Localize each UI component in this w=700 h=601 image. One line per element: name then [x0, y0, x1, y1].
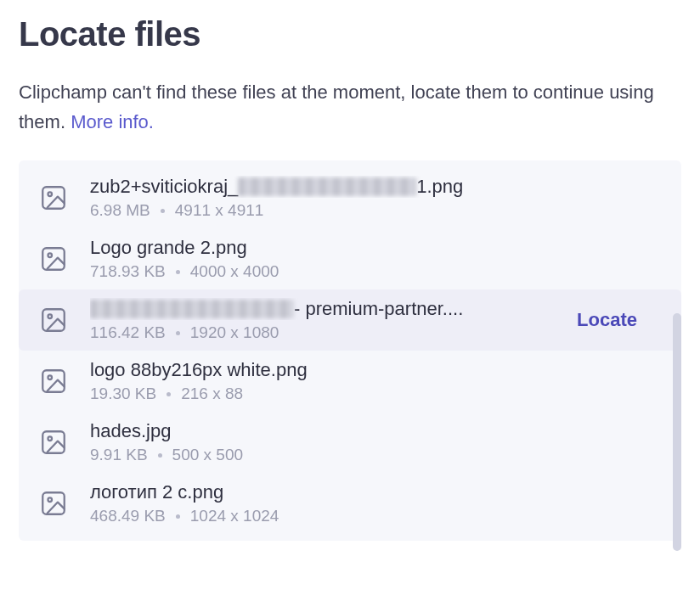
file-info: - premium-partner....116.42 KB1920 x 108…: [90, 298, 548, 342]
file-row[interactable]: Logo grande 2.png718.93 KB4000 x 4000: [19, 228, 681, 289]
file-size: 9.91 KB: [90, 446, 148, 464]
svg-rect-6: [42, 371, 65, 393]
file-meta: 116.42 KB1920 x 1080: [90, 323, 548, 342]
image-file-icon: [37, 304, 70, 336]
file-dimensions: 1920 x 1080: [190, 323, 279, 342]
file-name: zub2+sviticiokraj_ 1.png: [90, 176, 663, 198]
svg-rect-10: [42, 493, 65, 515]
file-row[interactable]: hades.jpg9.91 KB500 x 500: [19, 412, 681, 473]
file-row[interactable]: логотип 2 c.png468.49 KB1024 x 1024: [19, 473, 681, 534]
file-meta: 19.30 KB216 x 88: [90, 385, 663, 403]
file-dimensions: 1024 x 1024: [190, 507, 279, 525]
file-name-prefix: Logo grande 2.png: [90, 237, 247, 259]
file-name-prefix: logo 88by216px white.png: [90, 359, 308, 381]
redacted-text: [238, 177, 416, 196]
separator-dot: [176, 331, 180, 335]
image-file-icon: [37, 365, 70, 397]
description-text: Clipchamp can't find these files at the …: [19, 77, 681, 137]
file-name-suffix: - premium-partner....: [294, 298, 463, 320]
file-row[interactable]: - premium-partner....116.42 KB1920 x 108…: [19, 289, 681, 351]
file-size: 718.93 KB: [90, 262, 166, 281]
svg-point-5: [48, 315, 52, 319]
file-name-prefix: логотип 2 c.png: [90, 481, 223, 503]
file-meta: 468.49 KB1024 x 1024: [90, 507, 663, 525]
file-meta: 9.91 KB500 x 500: [90, 446, 663, 464]
file-name-prefix: hades.jpg: [90, 420, 171, 442]
file-size: 6.98 MB: [90, 201, 150, 220]
file-list: zub2+sviticiokraj_ 1.png6.98 MB4911 x 49…: [19, 160, 681, 541]
separator-dot: [176, 270, 180, 274]
svg-rect-4: [42, 310, 65, 332]
file-name: hades.jpg: [90, 420, 663, 442]
image-file-icon: [37, 243, 70, 275]
file-size: 468.49 KB: [90, 507, 166, 525]
file-name-prefix: zub2+sviticiokraj_: [90, 176, 238, 198]
file-dimensions: 4000 x 4000: [190, 262, 279, 281]
svg-point-3: [48, 254, 52, 258]
file-name: логотип 2 c.png: [90, 481, 663, 503]
file-size: 116.42 KB: [90, 323, 166, 342]
file-info: Logo grande 2.png718.93 KB4000 x 4000: [90, 237, 663, 281]
separator-dot: [176, 514, 180, 519]
svg-rect-8: [42, 432, 65, 454]
svg-rect-2: [42, 249, 65, 271]
image-file-icon: [37, 487, 70, 520]
file-size: 19.30 KB: [90, 385, 156, 403]
redacted-text: [90, 300, 294, 318]
file-name: logo 88by216px white.png: [90, 359, 663, 381]
svg-point-1: [48, 193, 52, 197]
image-file-icon: [37, 426, 70, 458]
file-meta: 718.93 KB4000 x 4000: [90, 262, 663, 281]
file-info: logo 88by216px white.png19.30 KB216 x 88: [90, 359, 663, 403]
file-name-suffix: 1.png: [416, 176, 463, 198]
file-name: Logo grande 2.png: [90, 237, 663, 259]
svg-rect-0: [42, 188, 65, 210]
svg-point-9: [48, 437, 52, 441]
file-info: zub2+sviticiokraj_ 1.png6.98 MB4911 x 49…: [90, 176, 663, 220]
svg-point-7: [48, 376, 52, 380]
separator-dot: [161, 209, 165, 213]
locate-button[interactable]: Locate: [568, 304, 646, 336]
page-title: Locate files: [19, 15, 681, 53]
file-dimensions: 4911 x 4911: [175, 201, 264, 220]
scrollbar-thumb[interactable]: [673, 313, 681, 551]
image-file-icon: [37, 182, 70, 214]
file-info: логотип 2 c.png468.49 KB1024 x 1024: [90, 481, 663, 525]
file-dimensions: 216 x 88: [181, 385, 243, 403]
svg-point-11: [48, 498, 52, 503]
file-row[interactable]: zub2+sviticiokraj_ 1.png6.98 MB4911 x 49…: [19, 167, 681, 228]
file-info: hades.jpg9.91 KB500 x 500: [90, 420, 663, 464]
locate-files-dialog: Locate files Clipchamp can't find these …: [0, 0, 700, 556]
file-meta: 6.98 MB4911 x 4911: [90, 201, 663, 220]
more-info-link[interactable]: More info.: [71, 111, 154, 132]
file-name: - premium-partner....: [90, 298, 548, 320]
file-row[interactable]: logo 88by216px white.png19.30 KB216 x 88: [19, 351, 681, 412]
separator-dot: [158, 453, 162, 458]
separator-dot: [167, 392, 171, 396]
file-dimensions: 500 x 500: [172, 446, 243, 464]
